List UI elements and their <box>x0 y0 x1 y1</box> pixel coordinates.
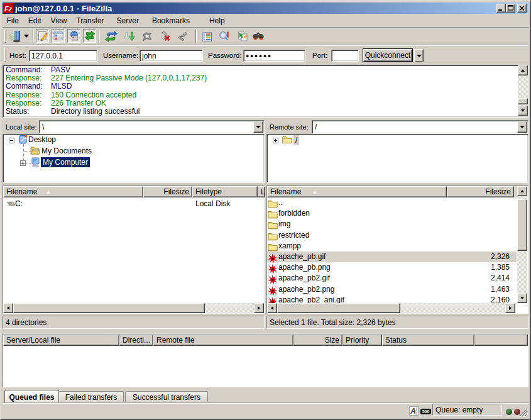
svg-text:Fz: Fz <box>4 5 13 13</box>
